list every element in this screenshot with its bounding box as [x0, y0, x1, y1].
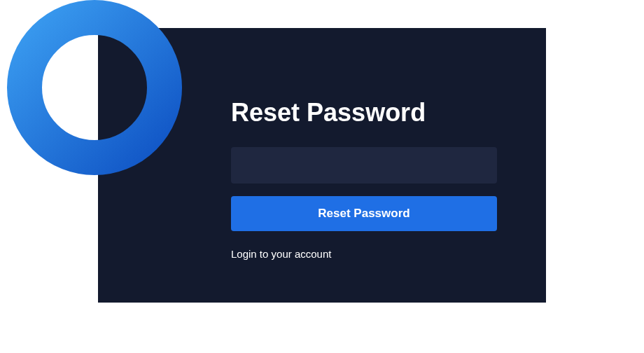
email-input[interactable]: [231, 147, 497, 184]
login-link[interactable]: Login to your account: [231, 248, 331, 260]
reset-password-button[interactable]: Reset Password: [231, 196, 497, 231]
svg-point-0: [24, 18, 164, 158]
page-title: Reset Password: [231, 98, 497, 127]
logo-ring-icon: [7, 0, 182, 175]
